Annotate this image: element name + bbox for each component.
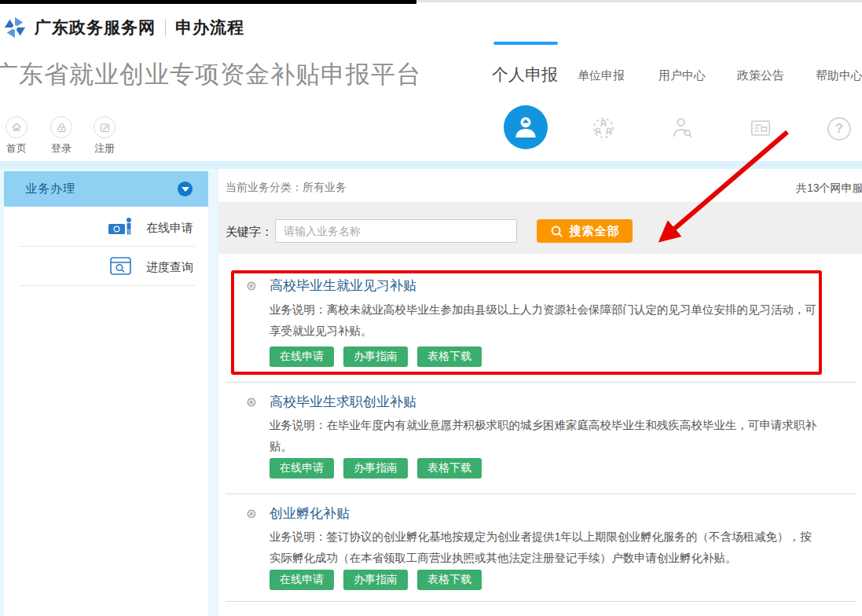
sidebar-item-online-apply[interactable]: 在线申请: [146, 221, 193, 236]
form-download-button[interactable]: 表格下载: [417, 458, 482, 478]
announcement-icon[interactable]: [749, 116, 772, 140]
chevron-down-icon[interactable]: [178, 182, 193, 196]
item-actions: 在线申请 办事指南 表格下载: [270, 346, 482, 367]
search-all-button[interactable]: 搜索全部: [537, 219, 633, 243]
search-button-label: 搜索全部: [570, 224, 620, 239]
site-header: 广东政务服务网 申办流程: [0, 4, 862, 51]
sidebar-item-progress-query[interactable]: 进度查询: [146, 260, 193, 275]
item-title[interactable]: 创业孵化补贴: [270, 504, 350, 522]
banner-bottom-band: [0, 161, 862, 169]
item-actions: 在线申请 办事指南 表格下载: [270, 570, 482, 590]
current-category-label: 当前业务分类：所有业务: [226, 181, 347, 195]
form-download-button[interactable]: 表格下载: [417, 570, 482, 590]
site-logo-icon[interactable]: [3, 15, 27, 40]
progress-query-icon: [110, 257, 131, 278]
item-description: 业务说明：签订协议的创业孵化基地按规定为创业者提供1年以上期限创业孵化服务的（不…: [270, 526, 822, 569]
divider: [20, 246, 195, 247]
form-download-button[interactable]: 表格下载: [417, 346, 482, 367]
item-title[interactable]: 高校毕业生就业见习补贴: [270, 277, 416, 295]
item-badge-icon: ⊛: [246, 278, 256, 293]
platform-title: 广东省就业创业专项资金补贴申报平台: [0, 58, 421, 91]
quicklink-label: 注册: [77, 141, 132, 156]
guide-button[interactable]: 办事指南: [343, 458, 408, 478]
item-badge-icon: ⊛: [246, 394, 256, 409]
item-description: 业务说明：在毕业年度内有就业意愿并积极求职的城乡困难家庭高校毕业生和残疾高校毕业…: [270, 415, 822, 457]
item-description: 业务说明：离校未就业高校毕业生参加由县级以上人力资源社会保障部门认定的见习单位安…: [270, 299, 822, 342]
page: 广东政务服务网 申办流程 广东省就业创业专项资金补贴申报平台 首页 登录 注册: [0, 0, 862, 616]
search-icon: [550, 225, 563, 238]
item-actions: 在线申请 办事指南 表格下载: [270, 458, 482, 478]
guide-button[interactable]: 办事指南: [343, 570, 408, 590]
tab-personal-declare[interactable]: 个人申报: [492, 64, 558, 86]
register-icon: [94, 116, 116, 138]
section-title: 申办流程: [175, 16, 244, 38]
tab-policy-announcements[interactable]: 政策公告: [737, 68, 784, 83]
home-icon: [6, 116, 28, 138]
header-separator: [165, 19, 166, 36]
quicklink-register[interactable]: 注册: [77, 116, 132, 156]
sidebar-section-business[interactable]: 业务办理: [4, 171, 208, 207]
person-icon[interactable]: [504, 105, 548, 149]
help-icon[interactable]: ?: [827, 117, 851, 141]
lock-icon: [50, 116, 72, 138]
divider: [226, 601, 856, 602]
divider: [20, 285, 195, 286]
item-badge-icon: ⊛: [246, 506, 256, 521]
online-apply-icon: [108, 216, 134, 240]
sidebar-section-label: 业务办理: [25, 182, 75, 196]
divider: [226, 493, 856, 494]
search-input[interactable]: [275, 219, 517, 243]
tab-user-center[interactable]: 用户中心: [658, 68, 706, 83]
service-count-label: 共13个网申服务: [796, 182, 862, 196]
divider: [226, 382, 856, 383]
online-apply-button[interactable]: 在线申请: [270, 346, 334, 367]
online-apply-button[interactable]: 在线申请: [270, 458, 334, 478]
keyword-label: 关键字：: [226, 225, 273, 240]
tab-help-center[interactable]: 帮助中心: [816, 68, 862, 83]
item-title[interactable]: 高校毕业生求职创业补贴: [270, 393, 416, 411]
top-strip-light: [416, 0, 862, 2]
organization-icon[interactable]: [591, 116, 616, 141]
user-icon[interactable]: [669, 116, 695, 141]
guide-button[interactable]: 办事指南: [343, 346, 408, 367]
site-name: 广东政务服务网: [35, 16, 156, 38]
online-apply-button[interactable]: 在线申请: [270, 570, 334, 590]
active-tab-indicator: [493, 42, 558, 45]
tab-unit-declare[interactable]: 单位申报: [578, 68, 625, 83]
